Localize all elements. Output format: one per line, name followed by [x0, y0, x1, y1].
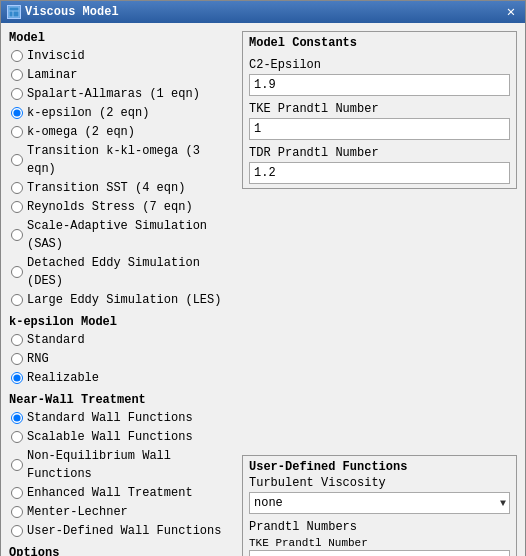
- model-section: Model Inviscid Laminar Spalart-Allmar: [9, 31, 234, 309]
- radio-sas[interactable]: Scale-Adaptive Simulation (SAS): [11, 217, 234, 253]
- tke-prandtl-input[interactable]: [249, 118, 510, 140]
- radio-enhanced-wt[interactable]: Enhanced Wall Treatment: [11, 484, 234, 502]
- radio-standard-label: Standard: [27, 331, 85, 349]
- udf-section: User-Defined Functions Turbulent Viscosi…: [242, 455, 517, 556]
- radio-transition-sst-label: Transition SST (4 eqn): [27, 179, 185, 197]
- title-bar: Viscous Model ✕: [1, 1, 525, 23]
- radio-udf-wf[interactable]: User-Defined Wall Functions: [11, 522, 234, 540]
- close-button[interactable]: ✕: [503, 5, 519, 19]
- kepsilon-radio-group: Standard RNG Realizable: [9, 331, 234, 387]
- turbulent-viscosity-dropdown-wrapper: none ▼: [249, 492, 510, 514]
- left-panel: Model Inviscid Laminar Spalart-Allmar: [9, 31, 234, 556]
- turbulent-viscosity-label: Turbulent Viscosity: [249, 476, 510, 490]
- model-section-label: Model: [9, 31, 234, 45]
- main-area: Model Inviscid Laminar Spalart-Allmar: [9, 31, 517, 556]
- near-wall-radio-group: Standard Wall Functions Scalable Wall Fu…: [9, 409, 234, 540]
- radio-transition-sst[interactable]: Transition SST (4 eqn): [11, 179, 234, 197]
- tke-prandtl-select[interactable]: none: [249, 550, 510, 556]
- radio-enhanced-wt-label: Enhanced Wall Treatment: [27, 484, 193, 502]
- svg-rect-0: [9, 7, 19, 17]
- radio-scalable-wf[interactable]: Scalable Wall Functions: [11, 428, 234, 446]
- radio-reynolds[interactable]: Reynolds Stress (7 eqn): [11, 198, 234, 216]
- radio-udf-wf-label: User-Defined Wall Functions: [27, 522, 221, 540]
- dialog-content: Model Inviscid Laminar Spalart-Allmar: [1, 23, 525, 556]
- window-icon: [7, 5, 21, 19]
- right-panel: Model Constants C2-Epsilon TKE Prandtl N…: [242, 31, 517, 556]
- radio-les[interactable]: Large Eddy Simulation (LES): [11, 291, 234, 309]
- radio-transition-kklomega[interactable]: Transition k-kl-omega (3 eqn): [11, 142, 234, 178]
- radio-spalart-label: Spalart-Allmaras (1 eqn): [27, 85, 200, 103]
- turbulent-viscosity-select[interactable]: none: [249, 492, 510, 514]
- radio-des-label: Detached Eddy Simulation (DES): [27, 254, 234, 290]
- options-label: Options: [9, 546, 234, 556]
- radio-kepsilon-label: k-epsilon (2 eqn): [27, 104, 149, 122]
- tke-prandtl-number-label: TKE Prandtl Number: [249, 537, 510, 549]
- radio-laminar-label: Laminar: [27, 66, 77, 84]
- near-wall-label: Near-Wall Treatment: [9, 393, 234, 407]
- options-section: Options Full Buoyancy Effects Curvature …: [9, 546, 234, 556]
- radio-standard[interactable]: Standard: [11, 331, 234, 349]
- window-title: Viscous Model: [25, 5, 119, 19]
- radio-menter[interactable]: Menter-Lechner: [11, 503, 234, 521]
- tdr-prandtl-input[interactable]: [249, 162, 510, 184]
- model-radio-group: Inviscid Laminar Spalart-Allmaras (1 eqn…: [9, 47, 234, 309]
- radio-komega-label: k-omega (2 eqn): [27, 123, 135, 141]
- kepsilon-model-label: k-epsilon Model: [9, 315, 234, 329]
- radio-rng[interactable]: RNG: [11, 350, 234, 368]
- radio-spalart[interactable]: Spalart-Allmaras (1 eqn): [11, 85, 234, 103]
- radio-realizable-label: Realizable: [27, 369, 99, 387]
- radio-les-label: Large Eddy Simulation (LES): [27, 291, 221, 309]
- radio-des[interactable]: Detached Eddy Simulation (DES): [11, 254, 234, 290]
- prandtl-numbers-label: Prandtl Numbers: [249, 520, 510, 534]
- radio-inviscid-label: Inviscid: [27, 47, 85, 65]
- tke-prandtl-label: TKE Prandtl Number: [249, 102, 510, 116]
- radio-kepsilon[interactable]: k-epsilon (2 eqn): [11, 104, 234, 122]
- c2-epsilon-label: C2-Epsilon: [249, 58, 510, 72]
- radio-transition-kklomega-label: Transition k-kl-omega (3 eqn): [27, 142, 234, 178]
- radio-standard-wf[interactable]: Standard Wall Functions: [11, 409, 234, 427]
- model-constants-label: Model Constants: [249, 36, 510, 50]
- radio-standard-wf-label: Standard Wall Functions: [27, 409, 193, 427]
- kepsilon-model-section: k-epsilon Model Standard RNG Realizab: [9, 315, 234, 387]
- radio-komega[interactable]: k-omega (2 eqn): [11, 123, 234, 141]
- radio-realizable[interactable]: Realizable: [11, 369, 234, 387]
- udf-section-label: User-Defined Functions: [249, 460, 510, 474]
- tdr-prandtl-label: TDR Prandtl Number: [249, 146, 510, 160]
- radio-noneq-wf-label: Non-Equilibrium Wall Functions: [27, 447, 234, 483]
- radio-reynolds-label: Reynolds Stress (7 eqn): [27, 198, 193, 216]
- radio-inviscid[interactable]: Inviscid: [11, 47, 234, 65]
- near-wall-section: Near-Wall Treatment Standard Wall Functi…: [9, 393, 234, 540]
- model-constants-section: Model Constants C2-Epsilon TKE Prandtl N…: [242, 31, 517, 189]
- radio-laminar[interactable]: Laminar: [11, 66, 234, 84]
- radio-noneq-wf[interactable]: Non-Equilibrium Wall Functions: [11, 447, 234, 483]
- tke-prandtl-dropdown-wrapper: none ▼: [249, 550, 510, 556]
- right-spacer: [242, 195, 517, 449]
- radio-scalable-wf-label: Scalable Wall Functions: [27, 428, 193, 446]
- title-bar-left: Viscous Model: [7, 5, 119, 19]
- viscous-model-dialog: Viscous Model ✕ Model Inviscid: [0, 0, 526, 556]
- radio-menter-label: Menter-Lechner: [27, 503, 128, 521]
- radio-sas-label: Scale-Adaptive Simulation (SAS): [27, 217, 234, 253]
- c2-epsilon-input[interactable]: [249, 74, 510, 96]
- radio-rng-label: RNG: [27, 350, 49, 368]
